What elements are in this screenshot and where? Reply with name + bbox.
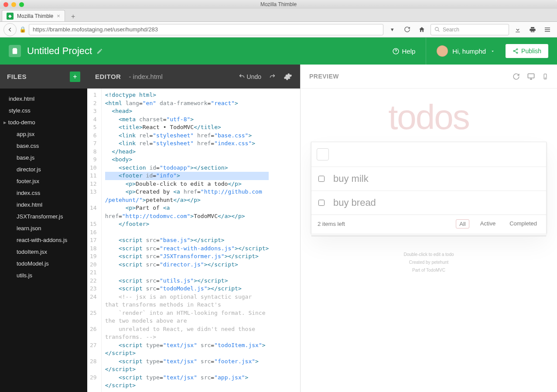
url-bar[interactable]: https://bramble.mofostaging.net/user/hum… xyxy=(29,24,383,35)
file-item[interactable]: style.css xyxy=(0,105,87,116)
preview-header: PREVIEW xyxy=(301,65,557,89)
window-zoom-icon[interactable] xyxy=(19,2,24,7)
home-button[interactable] xyxy=(416,24,428,36)
main: FILES + index.htmlstyle.csstodo-demoapp.… xyxy=(0,65,557,392)
window-title: Mozilla Thimble xyxy=(0,1,557,7)
url-text: https://bramble.mofostaging.net/user/hum… xyxy=(33,26,158,33)
editor-title: EDITOR xyxy=(95,73,121,80)
file-item[interactable]: utils.js xyxy=(0,269,87,281)
app-header: Untitled Project Help Hi, humphd Publish xyxy=(0,37,557,65)
gear-icon xyxy=(284,72,292,81)
file-item[interactable]: app.jsx xyxy=(0,128,87,140)
refresh-icon xyxy=(513,73,520,80)
preview-title: PREVIEW xyxy=(309,73,339,80)
preview-panel: PREVIEW todos buy milkbuy bread 2 items … xyxy=(301,65,557,392)
info-line-1: Double-click to edit a todo xyxy=(403,251,454,259)
file-item[interactable]: base.js xyxy=(0,152,87,164)
todo-list: buy milkbuy bread xyxy=(311,167,546,215)
items-left: 2 items left xyxy=(318,221,345,227)
file-item[interactable]: index.css xyxy=(0,187,87,199)
publish-button[interactable]: Publish xyxy=(506,44,548,58)
info-line-3: Part of TodoMVC xyxy=(403,266,454,274)
editor-header: EDITOR - index.html Undo xyxy=(87,65,300,89)
todomvc-link[interactable]: TodoMVC xyxy=(426,268,445,273)
file-item[interactable]: index.html xyxy=(0,199,87,211)
rename-project-button[interactable] xyxy=(96,48,103,55)
file-item[interactable]: learn.json xyxy=(0,222,87,234)
search-icon xyxy=(434,27,440,32)
file-item[interactable]: todoItem.jsx xyxy=(0,246,87,258)
undo-icon xyxy=(239,73,245,80)
editor-filename: - index.html xyxy=(129,73,163,80)
preview-mobile-button[interactable] xyxy=(542,73,548,80)
petehunt-link[interactable]: petehunt xyxy=(431,260,448,265)
todo-checkbox[interactable] xyxy=(318,200,325,206)
avatar xyxy=(437,45,448,57)
toggle-all-checkbox[interactable] xyxy=(317,148,329,160)
todo-text: buy bread xyxy=(333,197,376,208)
window-minimize-icon[interactable] xyxy=(11,2,16,7)
reader-toggle-icon[interactable]: ▾ xyxy=(386,24,398,36)
redo-icon xyxy=(269,73,276,80)
file-item[interactable]: index.html xyxy=(0,93,87,105)
chevron-down-icon xyxy=(490,49,495,54)
tab-close-icon[interactable]: × xyxy=(57,13,60,19)
file-list: index.htmlstyle.csstodo-demoapp.jsxbase.… xyxy=(0,89,87,286)
search-bar[interactable]: Search xyxy=(431,24,509,35)
preview-info: Double-click to edit a todo Created by p… xyxy=(403,251,454,274)
code-editor[interactable]: 1234567891011121314151617181920212223242… xyxy=(87,89,300,392)
svg-point-0 xyxy=(435,27,439,31)
back-button[interactable] xyxy=(3,23,17,36)
todo-checkbox[interactable] xyxy=(318,176,325,182)
print-button[interactable] xyxy=(526,24,539,36)
filter-completed[interactable]: Completed xyxy=(506,219,540,228)
file-item[interactable]: JSXTransformer.js xyxy=(0,211,87,222)
todo-text: buy milk xyxy=(333,173,369,184)
file-item[interactable]: director.js xyxy=(0,164,87,175)
reload-button[interactable] xyxy=(401,24,413,36)
svg-point-7 xyxy=(545,78,545,78)
share-icon xyxy=(513,48,519,54)
new-tab-button[interactable]: + xyxy=(68,12,79,21)
filters: AllActiveCompleted xyxy=(456,219,540,228)
todo-item[interactable]: buy milk xyxy=(311,167,546,191)
help-icon xyxy=(392,48,400,55)
todo-item[interactable]: buy bread xyxy=(311,191,546,215)
files-title: FILES xyxy=(7,73,27,80)
todo-footer: 2 items left AllActiveCompleted xyxy=(311,215,546,233)
browser-toolbar: 🔒 https://bramble.mofostaging.net/user/h… xyxy=(0,22,557,37)
files-panel: FILES + index.htmlstyle.csstodo-demoapp.… xyxy=(0,65,87,392)
editor-settings-button[interactable] xyxy=(284,72,292,81)
todos-heading: todos xyxy=(388,97,469,137)
folder-item[interactable]: todo-demo xyxy=(0,116,87,128)
browser-tab[interactable]: ◆ Mozilla Thimble × xyxy=(2,10,65,21)
redo-button[interactable] xyxy=(269,73,276,80)
downloads-button[interactable] xyxy=(512,24,524,36)
add-file-button[interactable]: + xyxy=(70,72,80,82)
menu-button[interactable] xyxy=(541,24,554,36)
preview-desktop-button[interactable] xyxy=(527,72,535,81)
preview-body: todos buy milkbuy bread 2 items left All… xyxy=(301,89,557,392)
help-link[interactable]: Help xyxy=(392,48,416,55)
thimble-favicon-icon: ◆ xyxy=(7,13,14,20)
file-item[interactable]: footer.jsx xyxy=(0,175,87,187)
thimble-logo-icon[interactable] xyxy=(9,45,21,57)
browser-tabstrip: ◆ Mozilla Thimble × + xyxy=(0,9,557,22)
preview-refresh-button[interactable] xyxy=(513,73,520,80)
files-header: FILES + xyxy=(0,65,87,89)
filter-active[interactable]: Active xyxy=(477,219,499,228)
divider xyxy=(426,37,426,65)
window-close-icon[interactable] xyxy=(3,2,8,7)
file-item[interactable]: react-with-addons.js xyxy=(0,234,87,246)
search-placeholder: Search xyxy=(443,27,459,33)
undo-button[interactable]: Undo xyxy=(239,73,261,80)
project-title: Untitled Project xyxy=(27,45,92,57)
todoapp: buy milkbuy bread 2 items left AllActive… xyxy=(311,142,547,233)
user-menu[interactable]: Hi, humphd xyxy=(437,45,495,57)
file-item[interactable]: todoModel.js xyxy=(0,258,87,269)
lock-icon: 🔒 xyxy=(19,26,26,33)
mobile-icon xyxy=(542,73,548,80)
file-item[interactable]: base.css xyxy=(0,140,87,152)
filter-all[interactable]: All xyxy=(456,219,469,228)
info-line-2: Created by petehunt xyxy=(403,259,454,266)
